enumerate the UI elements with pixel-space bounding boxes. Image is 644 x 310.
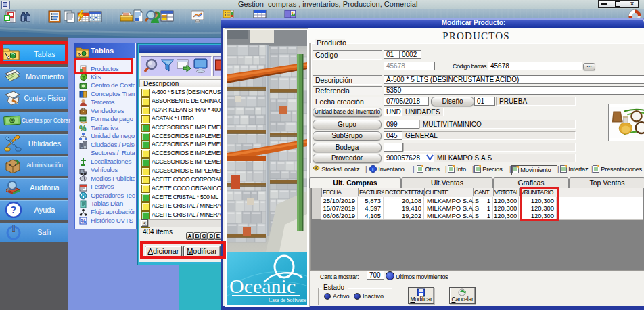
svg-text:Casa de Software: Casa de Software — [269, 297, 306, 303]
svg-text:%: % — [80, 218, 86, 225]
svg-text:?: ? — [11, 204, 17, 215]
svg-text:Oceanic: Oceanic — [229, 275, 296, 297]
svg-text:i: i — [372, 167, 373, 173]
svg-text:$: $ — [11, 118, 14, 124]
svg-text:%: % — [79, 124, 87, 132]
